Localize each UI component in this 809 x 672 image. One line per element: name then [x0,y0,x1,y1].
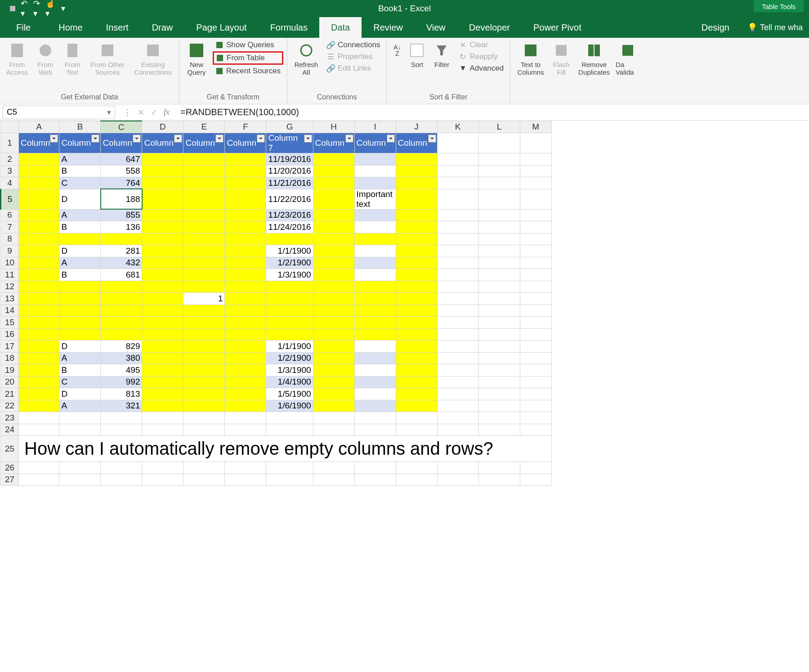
remove-duplicates-button[interactable]: Remove Duplicates [575,40,613,91]
tab-developer[interactable]: Developer [457,17,522,38]
cell[interactable]: 281 [101,245,142,257]
cell[interactable] [225,400,266,412]
cell[interactable] [520,281,551,293]
cell[interactable] [266,293,313,305]
filter-dropdown-icon[interactable] [215,134,223,143]
cell[interactable]: 1/3/1900 [266,269,313,281]
name-box[interactable]: C5 ▾ [3,106,115,119]
from-access-button[interactable]: From Access [4,40,31,91]
cell[interactable] [313,376,354,388]
cell[interactable] [19,209,59,221]
cell[interactable] [520,293,551,305]
cell[interactable] [59,412,101,424]
cell[interactable] [142,400,183,412]
cell[interactable] [142,364,183,376]
cell[interactable] [19,153,59,166]
cell[interactable]: 432 [101,257,142,269]
cell[interactable] [313,189,354,209]
tab-draw[interactable]: Draw [140,17,185,38]
cell[interactable] [396,293,437,305]
edit-links-button[interactable]: 🔗 Edit Links [324,63,383,74]
cell[interactable] [437,293,478,305]
cell[interactable] [183,352,225,364]
table-header-cell[interactable]: Column [142,133,183,153]
refresh-all-button[interactable]: Refresh All [291,40,322,91]
cell[interactable] [142,189,183,209]
cell[interactable] [354,474,396,486]
cell[interactable] [396,474,437,486]
cell[interactable] [478,293,520,305]
cell[interactable] [183,474,225,486]
cell[interactable] [59,317,101,329]
cell[interactable] [19,245,59,257]
cell[interactable] [266,462,313,474]
from-text-button[interactable]: From Text [60,40,85,91]
cell[interactable] [19,328,59,340]
row-header-20[interactable]: 20 [1,376,19,388]
cell[interactable] [101,233,142,245]
cell[interactable] [354,293,396,305]
cell[interactable] [437,269,478,281]
cell[interactable] [313,245,354,257]
filter-dropdown-icon[interactable] [387,134,395,143]
cell[interactable] [19,424,59,436]
tab-power-pivot[interactable]: Power Pivot [522,17,593,38]
cell[interactable] [19,352,59,364]
cell[interactable] [437,257,478,269]
cell[interactable]: 1/2/1900 [266,352,313,364]
cell[interactable] [142,221,183,233]
cell[interactable]: D [59,189,101,209]
cell[interactable] [101,281,142,293]
cell[interactable] [354,462,396,474]
cell[interactable]: D [59,388,101,400]
cell[interactable] [354,388,396,400]
cell[interactable] [313,388,354,400]
cell[interactable] [19,364,59,376]
cell[interactable] [437,317,478,329]
table-header-cell[interactable]: Column [19,133,59,153]
table-header-cell[interactable]: Column [183,133,225,153]
cell[interactable] [437,281,478,293]
cell[interactable] [225,328,266,340]
cell[interactable]: 11/24/2016 [266,221,313,233]
new-query-button[interactable]: New Query [183,40,210,91]
cell[interactable]: 855 [101,209,142,221]
cell[interactable] [19,462,59,474]
cell[interactable] [313,364,354,376]
cell[interactable] [19,233,59,245]
cell[interactable] [59,474,101,486]
cell[interactable]: 380 [101,352,142,364]
col-header-H[interactable]: H [313,121,354,133]
filter-button[interactable]: Filter [430,40,453,91]
cell[interactable] [396,281,437,293]
cell[interactable] [225,388,266,400]
row-header-22[interactable]: 22 [1,400,19,412]
cell[interactable] [19,293,59,305]
cell[interactable] [19,257,59,269]
cell[interactable] [396,153,437,166]
cell[interactable] [59,293,101,305]
cell[interactable] [354,257,396,269]
tab-formulas[interactable]: Formulas [259,17,319,38]
cell[interactable] [19,412,59,424]
cell[interactable] [478,153,520,166]
cell[interactable] [396,317,437,329]
row-header-24[interactable]: 24 [1,424,19,436]
cell[interactable] [478,340,520,353]
cell[interactable] [520,364,551,376]
cell[interactable] [478,412,520,424]
cell[interactable] [225,245,266,257]
cell[interactable] [266,305,313,317]
cell[interactable]: A [59,400,101,412]
cell[interactable] [266,474,313,486]
cell[interactable] [142,317,183,329]
save-icon[interactable] [8,4,17,13]
col-header-L[interactable]: L [478,121,520,133]
cell[interactable] [142,474,183,486]
cell[interactable] [354,153,396,166]
question-cell[interactable]: How can I automatically remove empty col… [19,436,552,462]
tab-design[interactable]: Design [690,17,741,38]
col-header-D[interactable]: D [142,121,183,133]
col-header-A[interactable]: A [19,121,59,133]
cell[interactable] [183,269,225,281]
